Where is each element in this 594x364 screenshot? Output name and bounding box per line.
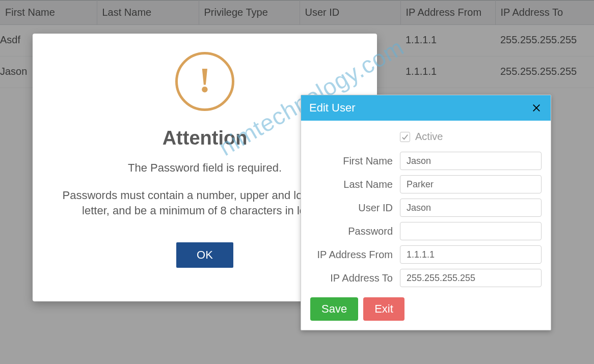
input-last-name[interactable] bbox=[400, 175, 542, 193]
attention-message-1: The Password field is required. bbox=[128, 161, 282, 175]
input-ip-from[interactable] bbox=[400, 245, 542, 264]
warning-icon: ! bbox=[175, 52, 234, 111]
checkmark-icon bbox=[401, 133, 409, 141]
input-first-name[interactable] bbox=[400, 152, 542, 170]
attention-title: Attention bbox=[163, 127, 248, 149]
col-ip-from[interactable]: IP Address From bbox=[400, 1, 495, 25]
input-ip-to[interactable] bbox=[400, 269, 542, 287]
col-last-name[interactable]: Last Name bbox=[97, 1, 199, 25]
close-button[interactable] bbox=[529, 101, 544, 115]
col-privilege-type[interactable]: Privilege Type bbox=[199, 1, 300, 25]
label-ip-to: IP Address To bbox=[310, 272, 400, 284]
label-first-name: First Name bbox=[310, 155, 400, 167]
close-icon bbox=[532, 103, 541, 113]
label-user-id: User ID bbox=[310, 202, 400, 214]
save-button[interactable]: Save bbox=[310, 297, 358, 321]
ok-button[interactable]: OK bbox=[176, 242, 233, 268]
edit-user-header[interactable]: Edit User bbox=[301, 95, 551, 121]
active-label: Active bbox=[415, 131, 443, 143]
col-first-name[interactable]: First Name bbox=[0, 1, 97, 25]
input-password[interactable] bbox=[400, 222, 542, 240]
label-password: Password bbox=[310, 226, 400, 237]
active-checkbox[interactable] bbox=[400, 132, 410, 142]
edit-user-body: Active First Name Last Name User ID Pass… bbox=[301, 121, 551, 330]
edit-user-dialog: Edit User Active First Name Last Name Us… bbox=[301, 95, 551, 330]
col-user-id[interactable]: User ID bbox=[300, 1, 400, 25]
cell-ip-to: 255.255.255.255 bbox=[495, 57, 594, 88]
exclamation-icon: ! bbox=[199, 63, 210, 98]
exit-button[interactable]: Exit bbox=[363, 297, 404, 321]
input-user-id[interactable] bbox=[400, 199, 542, 217]
cell-ip-from: 1.1.1.1 bbox=[400, 25, 495, 57]
table-header-row: First Name Last Name Privilege Type User… bbox=[0, 1, 594, 25]
edit-user-title: Edit User bbox=[309, 101, 355, 115]
label-last-name: Last Name bbox=[310, 179, 400, 190]
cell-ip-from: 1.1.1.1 bbox=[400, 57, 495, 88]
label-ip-from: IP Address From bbox=[310, 249, 400, 261]
cell-ip-to: 255.255.255.255 bbox=[495, 25, 594, 57]
col-ip-to[interactable]: IP Address To bbox=[495, 1, 594, 25]
